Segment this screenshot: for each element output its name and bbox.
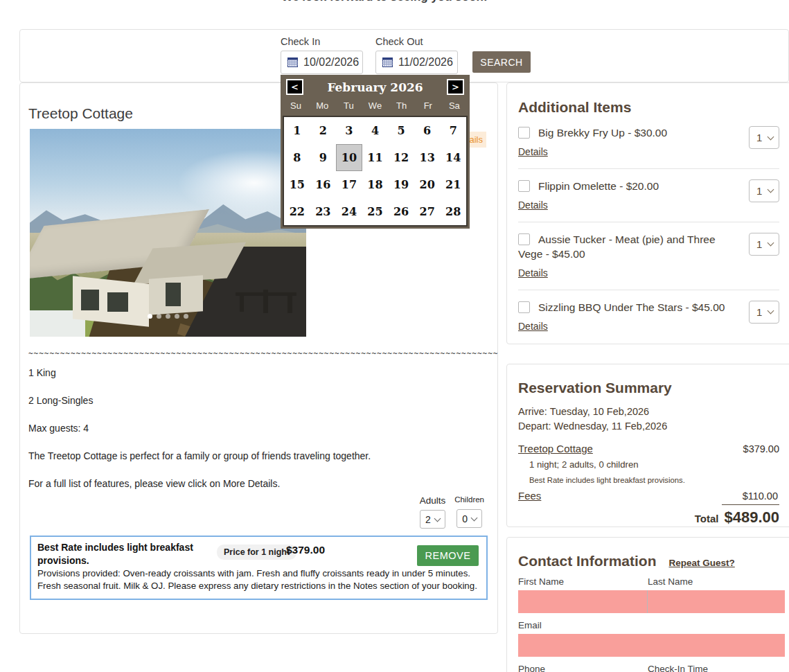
calendar-day[interactable]: 12 [388,144,414,171]
calendar-next-button[interactable]: > [447,79,464,95]
check-out-input[interactable]: 11/02/2026 [375,51,458,74]
fees-link[interactable]: Fees [518,490,541,502]
calendar-header: < February 2026 > [281,75,470,100]
calendar-day[interactable]: 28 [440,198,466,225]
calendar-day[interactable]: 4 [362,117,389,144]
calendar-day[interactable]: 27 [414,198,441,225]
total-label: Total [695,513,719,524]
children-select[interactable]: 0 [456,509,482,528]
carousel-dot[interactable] [148,314,152,319]
additional-items-heading: Additional Items [518,99,779,116]
checkbox[interactable] [518,180,530,192]
item-divider [518,290,779,290]
photo-fence-rail [236,292,296,296]
contact-information-heading: Contact Information [518,553,657,569]
calendar-day[interactable]: 24 [336,198,362,225]
carousel-dot[interactable] [166,314,170,319]
addon-qty-value: 1 [756,132,762,143]
calendar-day[interactable]: 8 [284,144,310,171]
day-header: Th [389,100,415,111]
check-in-field: Check In 10/02/2026 [281,36,363,74]
carousel-dot[interactable] [184,314,188,319]
addon-label[interactable]: Aussie Tucker - Meat (pie) and Three Veg… [518,233,741,262]
item-divider [518,168,779,169]
addon-label[interactable]: Sizzling BBQ Under The Stars - $45.00 [518,301,741,315]
room-rate-note: Best Rate includes light breakfast provi… [529,476,779,484]
email-label: Email [518,620,542,630]
addon-details-link[interactable]: Details [518,146,548,157]
checkbox[interactable] [518,127,530,139]
calendar-day[interactable]: 3 [336,117,362,144]
rate-price-qualifier: Price for 1 night [217,545,296,560]
addon-qty-select[interactable]: 1 [749,301,779,324]
addon-qty-value: 1 [756,185,762,197]
calendar-day[interactable]: 20 [414,171,441,198]
check-out-field: Check Out 11/02/2026 [375,36,458,74]
room-charge-row: Treetop Cottage $379.00 [518,443,779,454]
addon-details-link[interactable]: Details [518,267,548,278]
check-in-input[interactable]: 10/02/2026 [281,51,363,74]
carousel-dot[interactable] [157,314,161,319]
calendar-day[interactable]: 2 [310,117,337,144]
calendar-day[interactable]: 5 [388,117,414,144]
calendar-day[interactable]: 21 [440,171,466,198]
addon-label[interactable]: Flippin Omelette - $20.00 [518,179,741,194]
room-price: $379.00 [743,443,779,454]
calendar-day[interactable]: 1 [284,117,310,144]
fees-amount: $110.00 [722,490,779,505]
email-input[interactable] [518,634,785,657]
calendar-day[interactable]: 26 [388,198,414,225]
calendar-day[interactable]: 11 [362,144,389,171]
calendar-day[interactable]: 18 [362,171,389,198]
calendar-day[interactable]: 6 [414,117,441,144]
calendar-icon [382,58,393,67]
calendar-day[interactable]: 15 [284,171,310,198]
addon-label-text: Flippin Omelette - $20.00 [538,180,659,192]
addon-qty-select[interactable]: 1 [749,233,779,256]
rate-box: Best Rate includes light breakfast provi… [30,536,488,600]
last-name-input[interactable] [648,590,785,613]
addon-qty-select[interactable]: 1 [749,179,779,202]
adults-label: Adults [420,495,446,506]
checkbox[interactable] [518,233,530,245]
calendar-day[interactable]: 13 [414,144,441,171]
check-in-value: 10/02/2026 [303,56,359,69]
tilde-divider: ~~~~~~~~~~~~~~~~~~~~~~~~~~~~~~~~~~~~~~~~… [28,349,498,360]
room-occupancy: 1 night; 2 adults, 0 children [529,459,779,470]
repeat-guest-link[interactable]: Repeat Guest? [669,558,735,568]
photo-fence-post [240,294,244,312]
calendar-day[interactable]: 23 [310,198,337,225]
calendar-popup: < February 2026 > Su Mo Tu We Th Fr Sa 1… [281,75,470,229]
calendar-day-selected[interactable]: 10 [336,144,362,171]
calendar-day[interactable]: 17 [336,171,362,198]
calendar-prev-button[interactable]: < [286,79,303,95]
addon-qty-select[interactable]: 1 [749,126,779,149]
first-name-input[interactable] [518,590,648,613]
last-name-label: Last Name [648,576,693,587]
carousel-dots [30,314,306,319]
checkbox[interactable] [518,301,530,313]
remove-button[interactable]: REMOVE [417,545,479,566]
calendar-day[interactable]: 7 [440,117,466,144]
carousel-dot[interactable] [175,314,179,319]
calendar-day[interactable]: 25 [362,198,389,225]
calendar-day[interactable]: 14 [440,144,466,171]
addon-details-link[interactable]: Details [518,321,548,332]
room-spec-bed: 1 King [28,367,56,378]
calendar-day-headers: Su Mo Tu We Th Fr Sa [283,100,468,116]
day-header: Fr [415,100,441,111]
calendar-day[interactable]: 22 [284,198,310,225]
day-header: We [362,100,388,111]
calendar-icon [287,58,298,67]
room-link[interactable]: Treetop Cottage [518,443,593,454]
calendar-day[interactable]: 19 [388,171,414,198]
addon-label[interactable]: Big Brekky Fry Up - $30.00 [518,126,741,141]
search-button[interactable]: SEARCH [472,51,531,73]
first-name-label: First Name [518,576,648,587]
depart-date: Depart: Wednesday, 11 Feb,2026 [518,421,779,432]
adults-select[interactable]: 2 [420,510,445,529]
addon-details-link[interactable]: Details [518,200,548,211]
calendar-day[interactable]: 9 [310,144,337,171]
item-divider [518,222,779,222]
calendar-day[interactable]: 16 [310,171,337,198]
